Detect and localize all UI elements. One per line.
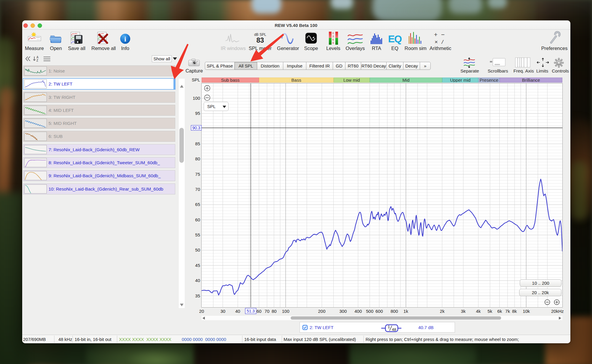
svg-text:1: 1 [388,325,390,329]
svg-text:0: 0 [332,32,334,35]
svg-text:i: i [124,35,126,43]
svg-text:Z: Z [36,59,38,62]
svg-text:9: 9 [332,41,334,44]
svg-text:/: / [441,39,444,45]
svg-text:+: + [434,31,437,38]
svg-text:A: A [36,56,38,59]
svg-text:6: 6 [332,38,334,41]
svg-text:48: 48 [392,327,396,332]
svg-text:×: × [435,39,438,45]
svg-text:EQ: EQ [388,33,402,44]
svg-text:3: 3 [332,35,334,38]
svg-text:−: − [441,31,445,38]
